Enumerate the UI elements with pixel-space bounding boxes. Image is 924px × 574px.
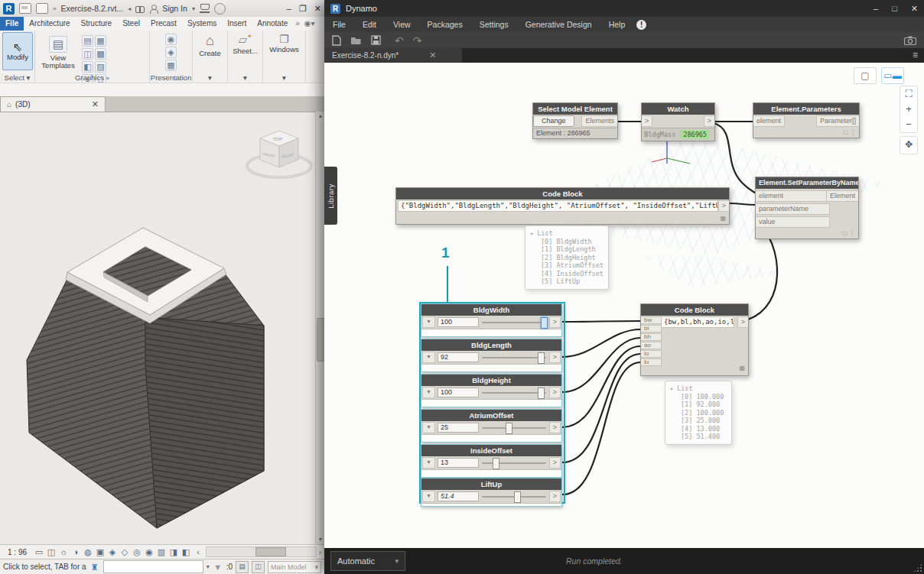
code-block-names-node[interactable]: Code Block {"BldgWidth","BldgLength","Bl… [395, 187, 730, 225]
slider-track[interactable] [482, 423, 546, 433]
remove-hidden-lines-icon[interactable]: ◧ [82, 61, 93, 73]
zoom-out-button[interactable]: − [900, 117, 917, 132]
watch-output-port[interactable]: > [704, 115, 714, 127]
slider-title[interactable]: InsideOffset [421, 445, 561, 456]
menu-view[interactable]: View [385, 17, 419, 32]
node-title[interactable]: Select Model Element [533, 103, 617, 115]
render-icon[interactable]: ◉ [165, 34, 177, 45]
view-expand-icon[interactable]: ‹ [193, 546, 203, 557]
worksharing-display-icon[interactable]: ◧ [181, 546, 191, 557]
parameter-output-port[interactable]: Parameter[] [816, 115, 859, 127]
select-panel-label[interactable]: Select ▾ [0, 73, 34, 82]
slider-expand-chevron-icon[interactable]: ▾ [422, 491, 435, 502]
selection-filter-icon[interactable]: ▼ [213, 562, 223, 572]
slider-expand-chevron-icon[interactable]: ▾ [422, 387, 435, 398]
sun-path-icon[interactable]: ☼ [58, 546, 69, 557]
bh-input-port[interactable]: bh [641, 333, 662, 341]
parametername-input-port[interactable]: parameterName [756, 203, 830, 215]
slider-handle[interactable] [506, 423, 512, 434]
export-image-icon[interactable] [904, 36, 916, 45]
unlocked-view-icon[interactable]: ◇ [119, 546, 130, 557]
sheet-button[interactable]: ▱✦ Sheet... [228, 31, 262, 55]
slider-node-bldgwidth[interactable]: BldgWidth▾100> [421, 303, 562, 337]
options-icon[interactable]: ⋮ [849, 230, 855, 237]
dynamo-minimize-button[interactable]: – [874, 4, 878, 13]
workspace-tab[interactable]: Exercise-8.2-n.dyn* ✕ [324, 48, 462, 63]
slider-title[interactable]: BldgLength [421, 339, 561, 351]
store-cart-icon[interactable] [200, 4, 210, 13]
open-folder-icon[interactable] [36, 3, 48, 14]
revit-3d-viewport[interactable]: TOP FRONT RIGHT [0, 112, 315, 545]
render-gallery-icon[interactable]: ▦ [165, 60, 177, 71]
temporary-view-properties-icon[interactable]: ▥ [156, 546, 167, 557]
slider-value-field[interactable]: 13 [438, 458, 479, 468]
element-parameters-node[interactable]: Element.Parameters element Parameter[] □… [753, 102, 860, 138]
node-title[interactable]: Watch [642, 103, 714, 115]
menu-settings[interactable]: Settings [471, 17, 517, 32]
sign-in-label[interactable]: Sign In [162, 4, 187, 13]
slider-output-port[interactable]: > [549, 387, 561, 398]
slider-handle[interactable] [538, 388, 545, 399]
revit-maximize-button[interactable]: ❐ [299, 4, 307, 14]
node-title[interactable]: Element.SetParameterByName [756, 177, 858, 189]
code-output-port[interactable]: > [737, 316, 748, 328]
slider-title[interactable]: BldgHeight [421, 375, 561, 386]
slider-handle[interactable] [538, 352, 545, 364]
menu-help[interactable]: Help [600, 17, 634, 32]
slider-title[interactable]: BldgWidth [421, 304, 561, 316]
title-prev-icon[interactable]: ◂ [128, 5, 131, 12]
status-combo-chevron-icon[interactable]: ▾ [207, 563, 210, 570]
slider-title[interactable]: LiftUp [421, 478, 561, 490]
slider-output-port[interactable]: > [549, 422, 561, 433]
menu-file[interactable]: File [324, 17, 354, 32]
viewport-horizontal-scrollbar[interactable] [206, 546, 317, 557]
dynamo-close-button[interactable]: ✕ [911, 4, 918, 14]
notifications-icon[interactable]: ! [636, 20, 646, 30]
graph-view-toggle[interactable]: ▭▬ [881, 67, 904, 84]
slider-expand-chevron-icon[interactable]: ▾ [422, 316, 435, 328]
slider-handle[interactable] [493, 458, 499, 469]
thin-lines-icon[interactable]: ◫ [82, 48, 93, 60]
element-input-port[interactable]: element [753, 115, 785, 127]
pin-icon[interactable]: □ [843, 230, 847, 237]
element-input-port[interactable]: element [756, 190, 830, 202]
tab-menu-icon[interactable]: ≡ [906, 48, 924, 63]
visual-style-icon[interactable]: ◫ [46, 546, 57, 557]
filters-icon[interactable]: ▦ [95, 35, 106, 47]
dynamo-maximize-button[interactable]: □ [892, 4, 897, 13]
show-hidden-lines-icon[interactable]: ▩ [95, 48, 106, 60]
ribbon-tab-structure[interactable]: Structure [76, 17, 118, 31]
lacing-icon[interactable]: ▦ [720, 215, 726, 222]
hide-analytical-model-icon[interactable]: ◨ [168, 546, 179, 557]
value-input-port[interactable]: value [756, 216, 830, 228]
tabs-overflow-icon[interactable]: » [293, 17, 302, 31]
set-parameter-node[interactable]: Element.SetParameterByName element param… [755, 177, 859, 239]
windows-button[interactable]: ❐ Windows [263, 31, 305, 54]
workspace-tab-close-icon[interactable]: ✕ [429, 50, 436, 60]
windows-panel-chevron[interactable]: ▾ [263, 73, 305, 82]
elements-output-port[interactable]: Elements [581, 115, 617, 127]
slider-node-insideoffset[interactable]: InsideOffset▾13> [421, 444, 562, 478]
pin-icon[interactable]: □ [844, 129, 848, 136]
run-mode-select[interactable]: Automatic ▾ [330, 551, 405, 571]
fit-view-button[interactable]: ⛶ [900, 86, 917, 102]
watch-input-port[interactable]: > [642, 115, 652, 127]
create-button[interactable]: ⌂ Create [193, 31, 227, 57]
slider-output-port[interactable]: > [549, 316, 561, 328]
slider-title[interactable]: AtriumOffset [421, 410, 561, 421]
slider-value-field[interactable]: 100 [438, 388, 479, 397]
visibility-graphics-icon[interactable]: ▤ [82, 35, 93, 47]
slider-output-port[interactable]: > [549, 491, 561, 502]
scale-button[interactable]: 1 : 96 [3, 548, 31, 556]
show-crop-region-icon[interactable]: ◈ [107, 546, 118, 557]
list-expand-icon[interactable]: ▸ [670, 384, 674, 393]
lu-input-port[interactable]: lu [641, 358, 662, 366]
sheet-panel-chevron[interactable]: ▾ [228, 73, 262, 82]
help-icon[interactable] [214, 3, 226, 15]
io-input-port[interactable]: io [641, 350, 662, 358]
slider-track[interactable] [482, 491, 546, 501]
ribbon-tab-architecture[interactable]: Architecture [24, 17, 75, 31]
ao-input-port[interactable]: ao [641, 342, 662, 349]
ribbon-tab-precast[interactable]: Precast [145, 17, 182, 31]
shadows-icon[interactable]: ◑ [70, 546, 81, 557]
